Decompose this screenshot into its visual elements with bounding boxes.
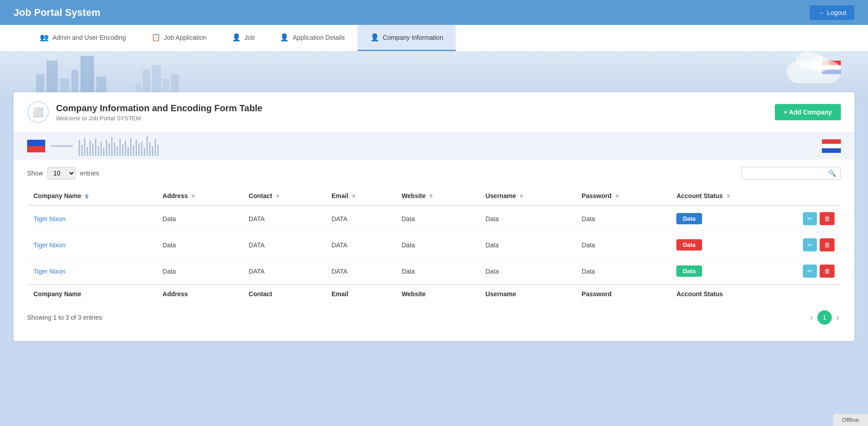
cell-company-name-1: Tiger Nixon <box>27 232 156 258</box>
edit-icon-1: ✏ <box>807 241 812 248</box>
status-badge-0: Data <box>676 213 702 224</box>
cell-website-2: Data <box>395 258 479 285</box>
footer-account-status: Account Status <box>670 284 797 303</box>
application-details-icon: 👤 <box>280 33 289 42</box>
logout-button[interactable]: → Logout <box>810 5 854 20</box>
pagination-area: Showing 1 to 3 of 3 entries ‹ 1 › <box>14 303 854 332</box>
cell-website-0: Data <box>395 205 479 232</box>
edit-icon-2: ✏ <box>807 268 812 275</box>
cell-status-0: Data <box>670 205 797 232</box>
col-email[interactable]: Email ⇅ <box>325 187 395 205</box>
cell-email-2: DATA <box>325 258 395 285</box>
cell-actions-0: ✏ 🗑 <box>797 205 841 232</box>
col-username[interactable]: Username ⇅ <box>479 187 576 205</box>
card-title: Company Information and Encoding Form Ta… <box>56 103 262 114</box>
delete-icon-0: 🗑 <box>824 215 830 222</box>
entries-select[interactable]: 10 25 50 100 <box>47 167 75 180</box>
table-header-row: Company Name Address ⇅ Contact ⇅ <box>27 187 841 205</box>
company-name-link-1[interactable]: Tiger Nixon <box>33 241 66 249</box>
col-website[interactable]: Website ⇅ <box>395 187 479 205</box>
banner-bar-1 <box>51 145 73 147</box>
cell-company-name-0: Tiger Nixon <box>27 205 156 232</box>
delete-button-2[interactable]: 🗑 <box>820 265 835 278</box>
banner-bars <box>79 136 816 156</box>
company-table: Company Name Address ⇅ Contact ⇅ <box>27 187 841 303</box>
cell-address-0: Data <box>156 205 243 232</box>
admin-icon: 👥 <box>40 33 49 42</box>
cell-actions-1: ✏ 🗑 <box>797 232 841 258</box>
cell-actions-2: ✏ 🗑 <box>797 258 841 285</box>
footer-contact: Contact <box>242 284 325 303</box>
cell-email-1: DATA <box>325 232 395 258</box>
edit-button-0[interactable]: ✏ <box>803 212 817 225</box>
table-wrapper: Company Name Address ⇅ Contact ⇅ <box>14 187 854 303</box>
delete-icon-2: 🗑 <box>824 268 830 275</box>
footer-username: Username <box>479 284 576 303</box>
company-information-icon: 👤 <box>370 33 379 42</box>
cell-contact-2: DATA <box>242 258 325 285</box>
sidebar-item-job[interactable]: 👤 Job <box>219 25 268 51</box>
prev-page-button[interactable]: ‹ <box>808 311 815 324</box>
col-actions <box>797 187 841 205</box>
footer-password: Password <box>576 284 670 303</box>
company-name-link-0[interactable]: Tiger Nixon <box>33 215 66 222</box>
banner-area <box>14 133 854 160</box>
col-address[interactable]: Address ⇅ <box>156 187 243 205</box>
action-btns-0: ✏ 🗑 <box>803 212 835 225</box>
search-input[interactable] <box>746 170 826 177</box>
sidebar-item-admin-user-encoding[interactable]: 👥 Admin and User Encoding <box>27 25 139 51</box>
col-account-status[interactable]: Account Status ⇅ <box>670 187 797 205</box>
delete-button-1[interactable]: 🗑 <box>820 238 835 251</box>
page-1-button[interactable]: 1 <box>817 310 832 325</box>
sidebar-item-job-application[interactable]: 📋 Job Application <box>139 25 219 51</box>
job-icon: 👤 <box>232 33 241 42</box>
cell-password-0: Data <box>576 205 670 232</box>
footer-address: Address <box>156 284 243 303</box>
cell-status-1: Data <box>670 232 797 258</box>
cell-password-1: Data <box>576 232 670 258</box>
cloud-decoration <box>787 61 841 83</box>
cell-contact-0: DATA <box>242 205 325 232</box>
edit-icon-0: ✏ <box>807 215 812 222</box>
card-title-area: Company Information and Encoding Form Ta… <box>56 103 262 122</box>
action-btns-1: ✏ 🗑 <box>803 238 835 251</box>
cell-username-2: Data <box>479 258 576 285</box>
status-badge-1: Data <box>676 239 702 251</box>
showing-text: Showing 1 to 3 of 3 entries <box>27 314 102 321</box>
show-entries: Show 10 25 50 100 entries <box>27 167 99 180</box>
table-row: Tiger Nixon Data DATA DATA Data Data Dat… <box>27 205 841 232</box>
status-badge-2: Data <box>676 265 702 277</box>
col-password[interactable]: Password ⇅ <box>576 187 670 205</box>
add-company-button[interactable]: + Add Company <box>775 104 841 120</box>
cell-address-1: Data <box>156 232 243 258</box>
edit-button-1[interactable]: ✏ <box>803 238 817 251</box>
building-icon: ⬜ <box>33 107 44 118</box>
table-row: Tiger Nixon Data DATA DATA Data Data Dat… <box>27 232 841 258</box>
nav-bar: 👥 Admin and User Encoding 📋 Job Applicat… <box>0 25 868 52</box>
card-header: ⬜ Company Information and Encoding Form … <box>14 92 854 133</box>
delete-button-0[interactable]: 🗑 <box>820 212 835 225</box>
sidebar-item-application-details[interactable]: 👤 Application Details <box>267 25 357 51</box>
banner-flag-right <box>822 139 841 153</box>
main-card: ⬜ Company Information and Encoding Form … <box>14 92 854 341</box>
sidebar-item-company-information[interactable]: 👤 Company Information <box>358 25 456 51</box>
cell-website-1: Data <box>395 232 479 258</box>
cell-username-0: Data <box>479 205 576 232</box>
search-icon: 🔍 <box>828 170 836 177</box>
cell-contact-1: DATA <box>242 232 325 258</box>
job-application-icon: 📋 <box>151 33 160 42</box>
table-row: Tiger Nixon Data DATA DATA Data Data Dat… <box>27 258 841 285</box>
footer-website: Website <box>395 284 479 303</box>
footer-email: Email <box>325 284 395 303</box>
card-subtitle: Welcome to Job Portal SYSTEM <box>56 115 262 122</box>
col-company-name[interactable]: Company Name <box>27 187 156 205</box>
footer-company-name: Company Name <box>27 284 156 303</box>
cell-status-2: Data <box>670 258 797 285</box>
app-title: Job Portal System <box>14 7 100 19</box>
company-name-link-2[interactable]: Tiger Nixon <box>33 268 66 275</box>
col-contact[interactable]: Contact ⇅ <box>242 187 325 205</box>
action-btns-2: ✏ 🗑 <box>803 265 835 278</box>
next-page-button[interactable]: › <box>835 311 841 324</box>
edit-button-2[interactable]: ✏ <box>803 265 817 278</box>
cell-company-name-2: Tiger Nixon <box>27 258 156 285</box>
